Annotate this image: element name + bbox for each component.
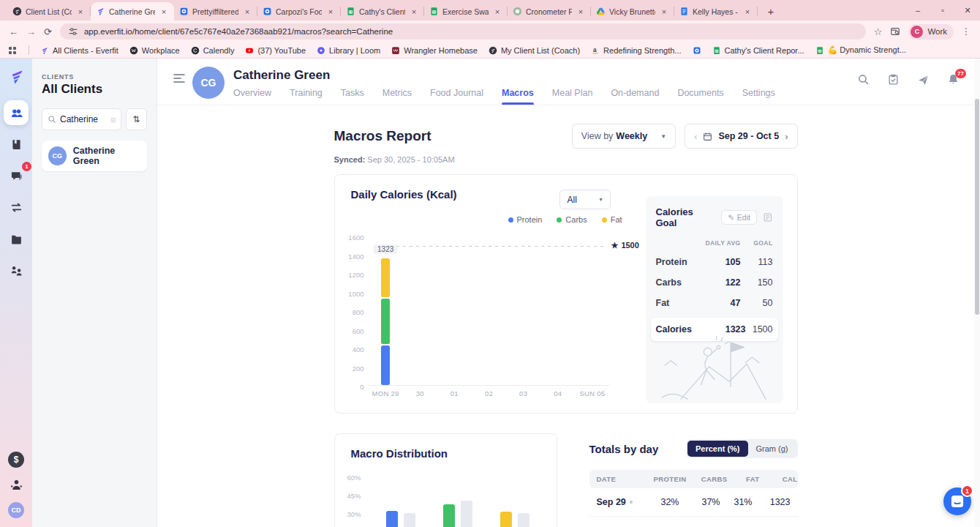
bookmark-item[interactable]: Wrangler Homebase [391,46,478,55]
divider [29,45,29,55]
browser-tab[interactable]: Prettyiffiltered's Food× [174,2,257,20]
bar-fat-goal[interactable] [518,513,529,527]
legend-item[interactable]: Protein [508,215,543,224]
table-row[interactable]: Sep 2932%37%31%1323 [589,488,798,517]
browser-tab[interactable]: Cronometer Professio× [508,2,591,20]
bookmark-item[interactable]: 💪 Dynamic Strengt... [815,45,906,55]
note-icon[interactable] [763,212,773,223]
search-icon[interactable] [857,73,870,86]
bookmark-item[interactable]: Cathy's Client Repor... [712,46,804,55]
browser-tab[interactable]: Carpozi's Food Diary× [257,2,341,20]
client-search-input[interactable] [60,114,107,124]
chat-widget-button[interactable]: 1 [943,487,971,515]
tab-food-journal[interactable]: Food Journal [430,88,483,105]
bookmark-item[interactable]: All Clients - Everfit [40,46,118,55]
referral-person-icon[interactable] [10,478,23,492]
browser-tab[interactable]: Vicky Brunetto-Share× [591,2,674,20]
back-icon[interactable]: ← [9,26,18,37]
edit-goal-button[interactable]: ✎Edit [721,210,757,225]
notifications-bell-icon[interactable]: 77 [947,73,960,86]
rocket-icon[interactable] [917,73,930,86]
browser-menu-icon[interactable]: ⋮ [962,26,971,37]
bar-carbs-goal[interactable] [461,501,472,527]
view-by-dropdown[interactable]: View by Weekly ▼ [572,124,676,149]
new-tab-button[interactable]: + [762,2,780,20]
next-week-icon[interactable]: › [785,131,788,142]
tab-close-icon[interactable]: × [75,7,86,17]
maximize-icon[interactable]: ▫ [930,0,955,20]
tab-search-icon[interactable] [890,26,900,37]
sidebar-item-files[interactable] [4,226,29,251]
tab-documents[interactable]: Documents [677,88,723,105]
client-list-item[interactable]: CGCatherine Green [42,141,147,171]
minimize-icon[interactable]: – [905,0,930,20]
tab-macros[interactable]: Macros [502,88,534,105]
chart-filter-select[interactable]: All ▾ [559,190,611,209]
tab-settings[interactable]: Settings [742,88,775,105]
browser-tab[interactable]: Exercise Swaps - Goo× [424,2,508,20]
coach-avatar[interactable]: CD [8,502,24,518]
prev-week-icon[interactable]: ‹ [694,131,697,142]
everfit-icon [40,46,49,55]
tab-training[interactable]: Training [290,88,323,105]
tab-tasks[interactable]: Tasks [341,88,364,105]
bookmark-item[interactable]: Workplace [129,46,180,55]
stacked-bar[interactable] [381,258,390,385]
bookmark-item[interactable]: Library | Loom [317,46,380,55]
tab-close-icon[interactable]: × [576,7,586,17]
clear-search-icon[interactable]: ⦻ [110,115,116,124]
url-bar[interactable]: app.everfit.io/home/client/67e5c767e40a2… [60,23,866,40]
browser-tab[interactable]: Client List (Coach)× [7,2,91,20]
tab-close-icon[interactable]: × [325,7,336,17]
tab-close-icon[interactable]: × [159,7,169,17]
browser-tab[interactable]: Catherine Green - Ma× [91,2,174,20]
sidebar-item-automation[interactable] [4,195,29,220]
sort-button[interactable]: ⇅ [126,108,147,130]
tab-close-icon[interactable]: × [742,7,753,17]
apps-grid-icon[interactable] [9,47,12,50]
collapse-menu-icon[interactable] [173,73,185,83]
sidebar-item-teams[interactable] [4,258,29,283]
site-settings-icon[interactable] [68,26,78,37]
date-range-picker[interactable]: ‹ Sep 29 - Oct 5 › [685,124,797,149]
bookmark-item[interactable]: My Client List (Coach) [489,46,580,55]
payments-dollar-icon[interactable]: $ [8,452,24,468]
everfit-logo[interactable] [8,67,25,86]
bar-fat[interactable] [500,512,512,527]
bookmark-star-icon[interactable]: ☆ [874,26,883,37]
client-search-box[interactable]: ⦻ [42,108,121,130]
legend-item[interactable]: Carbs [557,215,587,224]
scrollbar-track[interactable] [974,59,980,527]
bar-protein-goal[interactable] [404,513,415,527]
browser-profile[interactable]: C Work [908,24,954,40]
toggle-option[interactable]: Gram (g) [748,441,796,457]
reload-icon[interactable]: ⟳ [44,26,52,37]
bar-carbs[interactable] [443,504,455,527]
tab-close-icon[interactable]: × [242,7,252,17]
bar-protein[interactable] [386,511,398,527]
sidebar-item-library[interactable] [4,132,29,157]
tab-close-icon[interactable]: × [659,7,669,17]
bookmark-item[interactable]: (37) YouTube [245,46,306,55]
sidebar-item-messages[interactable]: 1 [4,163,29,188]
bookmark-item[interactable]: Calendly [191,46,235,55]
browser-tab[interactable]: Cathy's Client Report× [341,2,424,20]
scrollbar-thumb[interactable] [975,99,979,315]
bookmark-item[interactable] [693,46,701,55]
close-icon[interactable]: ✕ [955,0,980,20]
bookmark-label: (37) YouTube [257,46,306,55]
tab-metrics[interactable]: Metrics [382,88,412,105]
sidebar-item-clients[interactable] [4,100,29,125]
tab-meal-plan[interactable]: Meal Plan [552,88,593,105]
forward-icon[interactable]: → [26,26,36,37]
totals-table-header: DATEPROTEINCARBSFATCAL [589,470,798,488]
toggle-option[interactable]: Percent (%) [687,441,748,457]
bookmark-item[interactable]: aRedefining Strength... [591,46,681,55]
tab-close-icon[interactable]: × [409,7,419,17]
browser-tab[interactable]: Kelly Hayes - Client N× [674,2,758,20]
tab-on-demand[interactable]: On-demand [611,88,659,105]
tasks-clipboard-icon[interactable] [887,73,900,86]
tab-close-icon[interactable]: × [492,7,502,17]
legend-item[interactable]: Fat [602,215,622,224]
tab-overview[interactable]: Overview [233,88,271,105]
